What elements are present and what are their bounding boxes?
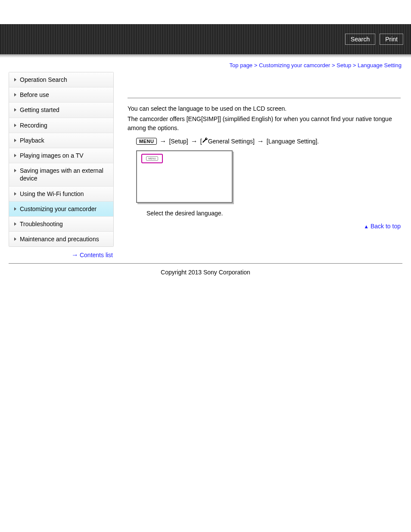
- sidebar-item-label: Playback: [20, 137, 109, 144]
- contents-list: → Contents list: [9, 249, 115, 261]
- sidebar-item-label: Recording: [20, 121, 109, 129]
- chevron-right-icon: [14, 124, 16, 127]
- sidebar-item-operation-search[interactable]: Operation Search: [9, 72, 113, 87]
- sidebar-item-maintenance[interactable]: Maintenance and precautions: [9, 232, 113, 246]
- sidebar-item-before-use[interactable]: Before use: [9, 87, 113, 103]
- sidebar-item-recording[interactable]: Recording: [9, 118, 113, 133]
- back-to-top-link[interactable]: Back to top: [371, 223, 401, 230]
- sidebar-item-label: Playing images on a TV: [20, 152, 109, 159]
- sidebar-item-label: Operation Search: [20, 76, 109, 84]
- sidebar: Operation Search Before use Getting star…: [9, 72, 114, 247]
- breadcrumb-current: Language Setting: [358, 62, 402, 68]
- back-to-top: ▲ Back to top: [128, 223, 401, 230]
- mini-menu-label: MENU: [146, 156, 158, 161]
- breadcrumb-link-top[interactable]: Top page: [230, 62, 253, 68]
- sidebar-item-saving-external[interactable]: Saving images with an external device: [9, 163, 113, 186]
- arrow-up-icon: ▲: [364, 224, 369, 230]
- menu-button-icon: MENU: [136, 138, 157, 145]
- chevron-right-icon: [14, 222, 16, 226]
- footer-divider: [9, 263, 402, 264]
- sidebar-item-playback[interactable]: Playback: [9, 133, 113, 148]
- chevron-right-icon: [14, 93, 16, 96]
- sidebar-item-customizing[interactable]: Customizing your camcorder: [9, 202, 113, 217]
- sidebar-item-label: Maintenance and precautions: [20, 235, 109, 243]
- instruction-text: Select the desired language.: [146, 210, 401, 217]
- breadcrumb-link-setup[interactable]: Setup: [336, 62, 351, 68]
- menu-navigation-path: MENU → [Setup] → [ General Settings] → […: [136, 137, 401, 145]
- sidebar-item-label: Customizing your camcorder: [20, 205, 109, 213]
- arrow-right-icon: →: [191, 137, 198, 145]
- sidebar-item-playing-tv[interactable]: Playing images on a TV: [9, 148, 113, 163]
- menu-highlight-box: MENU: [141, 154, 163, 163]
- sidebar-item-wifi[interactable]: Using the Wi-Fi function: [9, 187, 113, 202]
- wrench-icon: [202, 137, 208, 145]
- nav-step-general-text: General Settings]: [208, 138, 255, 145]
- arrow-right-icon: →: [72, 251, 78, 258]
- sidebar-item-label: Getting started: [20, 106, 109, 114]
- breadcrumb-sep: >: [254, 62, 258, 68]
- nav-step-setup: [Setup]: [169, 138, 188, 145]
- sidebar-item-label: Saving images with an external device: [20, 167, 109, 182]
- arrow-right-icon: →: [257, 137, 264, 145]
- header-band: Search Print: [0, 24, 411, 54]
- chevron-right-icon: [14, 78, 16, 81]
- copyright-text: Copyright 2013 Sony Corporation: [0, 266, 411, 289]
- chevron-right-icon: [14, 154, 16, 157]
- chevron-right-icon: [14, 192, 16, 196]
- breadcrumb-sep: >: [353, 62, 356, 68]
- search-button[interactable]: Search: [345, 34, 375, 45]
- sidebar-item-label: Using the Wi-Fi function: [20, 190, 109, 198]
- arrow-right-icon: →: [159, 137, 166, 145]
- breadcrumb-sep: >: [332, 62, 335, 68]
- contents-list-link[interactable]: Contents list: [80, 252, 113, 258]
- chevron-right-icon: [14, 237, 16, 241]
- nav-step-general: [ General Settings]: [200, 137, 255, 145]
- nav-step-language: [Language Setting].: [267, 138, 319, 145]
- screen-illustration: MENU: [136, 150, 233, 203]
- chevron-right-icon: [14, 207, 16, 211]
- chevron-right-icon: [14, 139, 16, 142]
- sidebar-item-label: Troubleshooting: [20, 220, 109, 228]
- sidebar-item-getting-started[interactable]: Getting started: [9, 103, 113, 118]
- print-button[interactable]: Print: [380, 34, 403, 45]
- main-content: You can select the language to be used o…: [115, 72, 402, 234]
- chevron-right-icon: [14, 108, 16, 112]
- intro-line-2: The camcorder offers [ENG[SIMP]] (simpli…: [128, 115, 401, 132]
- intro-line-1: You can select the language to be used o…: [128, 104, 401, 113]
- divider: [128, 98, 401, 98]
- sidebar-item-label: Before use: [20, 91, 109, 99]
- header-buttons: Search Print: [345, 34, 403, 45]
- intro-text: You can select the language to be used o…: [128, 104, 401, 132]
- breadcrumb-link-customizing[interactable]: Customizing your camcorder: [259, 62, 330, 68]
- chevron-right-icon: [14, 169, 16, 172]
- sidebar-item-troubleshooting[interactable]: Troubleshooting: [9, 217, 113, 232]
